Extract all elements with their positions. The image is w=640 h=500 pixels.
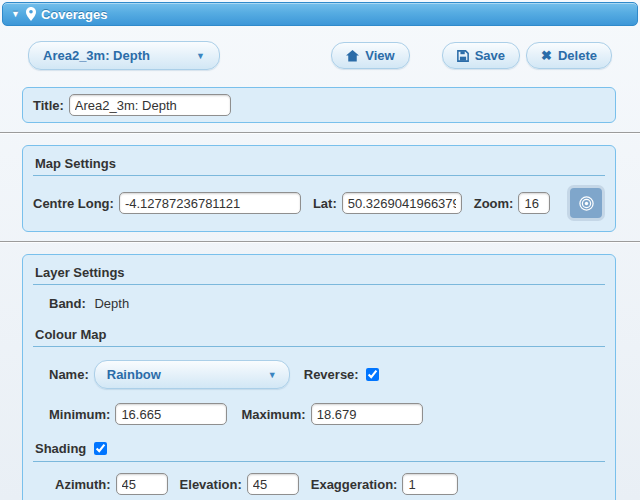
centre-long-input[interactable] xyxy=(119,192,301,214)
elevation-label: Elevation: xyxy=(180,477,242,492)
toolbar: Area2_3m: Depth ▼ View xyxy=(0,26,640,70)
action-buttons: View Save ✖ Delete xyxy=(331,42,612,69)
azimuth-label: Azimuth: xyxy=(55,477,111,492)
azimuth-input[interactable] xyxy=(116,473,168,495)
minimum-label: Minimum: xyxy=(49,407,110,422)
delete-button[interactable]: ✖ Delete xyxy=(526,42,612,69)
colour-map-heading: Colour Map xyxy=(33,325,605,347)
coverage-select-value: Area2_3m: Depth xyxy=(43,48,150,63)
colour-map-name-select[interactable]: Rainbow ▼ xyxy=(94,360,290,389)
layer-settings-heading: Layer Settings xyxy=(33,263,605,285)
title-input[interactable] xyxy=(69,94,231,116)
band-row: Band: Depth xyxy=(33,294,605,321)
minimum-input[interactable] xyxy=(115,403,227,425)
map-settings-heading: Map Settings xyxy=(33,154,605,176)
elevation-input[interactable] xyxy=(247,473,299,495)
shading-checkbox[interactable] xyxy=(94,442,107,455)
panel-header[interactable]: ▼ Coverages xyxy=(2,2,638,26)
colour-map-name-value: Rainbow xyxy=(107,367,161,382)
chevron-down-icon: ▼ xyxy=(268,370,277,380)
colour-map-name-label: Name: xyxy=(49,367,89,382)
save-button-label: Save xyxy=(475,48,505,63)
collapse-caret-icon[interactable]: ▼ xyxy=(11,10,20,19)
coverage-select[interactable]: Area2_3m: Depth ▼ xyxy=(28,41,220,70)
title-section: Title: xyxy=(22,87,616,123)
section-divider xyxy=(0,241,640,243)
save-button[interactable]: Save xyxy=(442,42,520,69)
lat-input[interactable] xyxy=(342,192,462,214)
band-value: Depth xyxy=(94,296,129,311)
shading-heading-label: Shading xyxy=(35,441,86,456)
zoom-label: Zoom: xyxy=(474,196,514,211)
map-settings-row: Centre Long: Lat: Zoom: xyxy=(33,185,605,221)
locate-on-map-button[interactable] xyxy=(567,185,605,221)
view-button-label: View xyxy=(365,48,394,63)
reverse-label: Reverse: xyxy=(304,367,359,382)
target-circles-icon xyxy=(578,195,595,212)
view-button[interactable]: View xyxy=(331,42,409,69)
x-icon: ✖ xyxy=(541,49,552,62)
floppy-disk-icon xyxy=(457,50,469,62)
min-max-row: Minimum: Maximum: xyxy=(33,403,605,439)
layer-settings-section: Layer Settings Band: Depth Colour Map Na… xyxy=(22,254,616,500)
home-icon xyxy=(346,50,359,62)
exaggeration-input[interactable] xyxy=(402,473,458,495)
band-label: Band: xyxy=(49,296,86,311)
reverse-checkbox[interactable] xyxy=(366,368,379,381)
coverages-panel: ▼ Coverages Area2_3m: Depth ▼ View xyxy=(0,2,640,500)
zoom-input[interactable] xyxy=(518,192,550,214)
delete-button-label: Delete xyxy=(558,48,597,63)
section-divider xyxy=(0,132,640,134)
map-settings-section: Map Settings Centre Long: Lat: Zoom: xyxy=(22,145,616,232)
shading-heading: Shading xyxy=(33,439,605,462)
maximum-input[interactable] xyxy=(311,403,423,425)
lat-label: Lat: xyxy=(313,196,337,211)
colour-map-name-row: Name: Rainbow ▼ Reverse: xyxy=(33,356,605,403)
maximum-label: Maximum: xyxy=(241,407,305,422)
map-pin-icon xyxy=(26,7,36,21)
shading-params-row: Azimuth: Elevation: Exaggeration: xyxy=(33,471,605,495)
panel-title: Coverages xyxy=(41,7,107,22)
centre-long-label: Centre Long: xyxy=(33,196,114,211)
title-label: Title: xyxy=(33,98,64,113)
chevron-down-icon: ▼ xyxy=(196,51,205,61)
exaggeration-label: Exaggeration: xyxy=(311,477,398,492)
